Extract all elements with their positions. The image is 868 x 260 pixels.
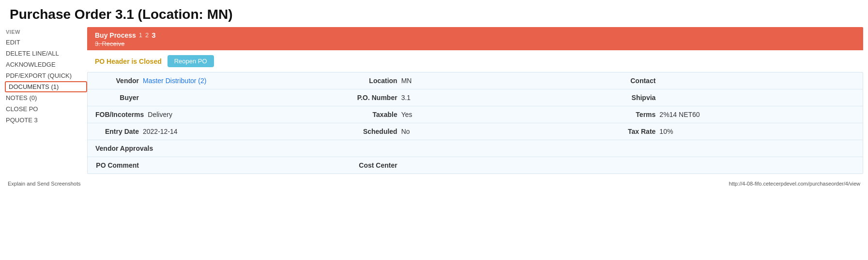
- table-row: Buyer P.O. Number 3.1 Shipvia: [88, 89, 863, 106]
- location-cell: Location MN: [346, 72, 605, 89]
- buy-process-step-1[interactable]: 1: [139, 31, 142, 39]
- footer-explain-text: Explain and Send Screenshots: [8, 181, 80, 187]
- terms-label: Terms: [612, 111, 655, 118]
- po-number-cell: P.O. Number 3.1: [346, 89, 605, 106]
- fob-value: Delivery: [148, 111, 338, 118]
- po-number-value: 3.1: [401, 94, 597, 101]
- vendor-approvals-cell: Vendor Approvals: [88, 140, 346, 157]
- buy-process-label: Buy Process: [95, 31, 136, 39]
- po-comment-cell: PO Comment: [88, 157, 346, 173]
- fob-label: FOB/Incoterms: [95, 111, 144, 118]
- taxable-label: Taxable: [354, 111, 397, 118]
- cost-center-cell: Cost Center: [346, 157, 605, 173]
- vendor-approvals-label: Vendor Approvals: [95, 144, 153, 152]
- terms-value: 2%14 NET60: [659, 111, 855, 118]
- buy-process-bar: Buy Process 1 2 3 3. Receive: [87, 27, 863, 50]
- shipvia-label: Shipvia: [612, 94, 655, 101]
- tax-rate-label: Tax Rate: [612, 128, 655, 135]
- sidebar-item-edit[interactable]: EDIT: [5, 37, 87, 48]
- taxable-value: Yes: [401, 111, 597, 118]
- vendor-label: Vendor: [95, 77, 139, 85]
- table-row: Vendor Master Distributor (2) Location M…: [88, 72, 863, 89]
- table-row: FOB/Incoterms Delivery Taxable Yes Terms…: [88, 106, 863, 123]
- sidebar-item-documents-1[interactable]: DOCUMENTS (1): [5, 81, 87, 92]
- entry-date-value: 2022-12-14: [143, 128, 338, 135]
- sidebar-item-notes-0[interactable]: NOTES (0): [5, 92, 87, 103]
- scheduled-value: No: [401, 128, 597, 135]
- scheduled-label: Scheduled: [354, 128, 397, 135]
- taxable-cell: Taxable Yes: [346, 106, 605, 123]
- table-row: PO Comment Cost Center: [88, 157, 863, 173]
- po-number-label: P.O. Number: [354, 94, 397, 101]
- terms-cell: Terms 2%14 NET60: [604, 106, 863, 123]
- buy-process-step-3[interactable]: 3: [152, 31, 155, 39]
- sidebar-item-close-po[interactable]: CLOSE PO: [5, 103, 87, 115]
- entry-date-cell: Entry Date 2022-12-14: [88, 123, 346, 140]
- tax-rate-cell: Tax Rate 10%: [604, 123, 863, 140]
- info-table: Vendor Master Distributor (2) Location M…: [87, 72, 863, 174]
- empty-cell-5c: [604, 140, 863, 157]
- location-value: MN: [401, 77, 597, 85]
- shipvia-cell: Shipvia: [604, 89, 863, 106]
- cost-center-label: Cost Center: [354, 161, 397, 169]
- empty-cell-5b: [346, 140, 605, 157]
- contact-label: Contact: [612, 77, 655, 85]
- contact-cell: Contact: [604, 72, 863, 89]
- sidebar-item-pdf-export-quick[interactable]: PDF/EXPORT (QUICK): [5, 70, 87, 81]
- vendor-cell: Vendor Master Distributor (2): [88, 72, 346, 89]
- po-comment-label: PO Comment: [95, 161, 139, 169]
- vendor-value[interactable]: Master Distributor (2): [143, 77, 338, 85]
- scheduled-cell: Scheduled No: [346, 123, 605, 140]
- sidebar-item-pquote-3[interactable]: PQUOTE 3: [5, 115, 87, 126]
- location-label: Location: [354, 77, 397, 85]
- footer-bar: Explain and Send Screenshots http://4-08…: [0, 179, 868, 188]
- table-row: Vendor Approvals: [88, 140, 863, 157]
- empty-cell-6c: [604, 157, 863, 173]
- status-bar: PO Header is Closed Reopen PO: [87, 50, 863, 72]
- buyer-label: Buyer: [95, 94, 139, 101]
- fob-cell: FOB/Incoterms Delivery: [88, 106, 346, 123]
- sidebar: VIEW EDIT DELETE LINE/ALL ACKNOWLEDGE PD…: [5, 27, 87, 179]
- page-title: Purchase Order 3.1 (Location: MN): [0, 0, 868, 27]
- buy-process-step-2[interactable]: 2: [145, 31, 149, 39]
- sidebar-item-delete-line-all[interactable]: DELETE LINE/ALL: [5, 48, 87, 59]
- footer-url: http://4-08-fifo.cetecerpdevel.com/purch…: [729, 181, 860, 187]
- entry-date-label: Entry Date: [95, 128, 139, 135]
- buyer-cell: Buyer: [88, 89, 346, 106]
- tax-rate-value: 10%: [659, 128, 855, 135]
- sidebar-section-label: VIEW: [5, 29, 87, 35]
- po-closed-status: PO Header is Closed: [95, 58, 162, 65]
- content-area: Buy Process 1 2 3 3. Receive PO Header i…: [87, 27, 863, 179]
- buy-process-sub-label: 3. Receive: [95, 40, 855, 47]
- reopen-po-button[interactable]: Reopen PO: [168, 55, 214, 67]
- sidebar-item-acknowledge[interactable]: ACKNOWLEDGE: [5, 59, 87, 70]
- table-row: Entry Date 2022-12-14 Scheduled No Tax R…: [88, 123, 863, 140]
